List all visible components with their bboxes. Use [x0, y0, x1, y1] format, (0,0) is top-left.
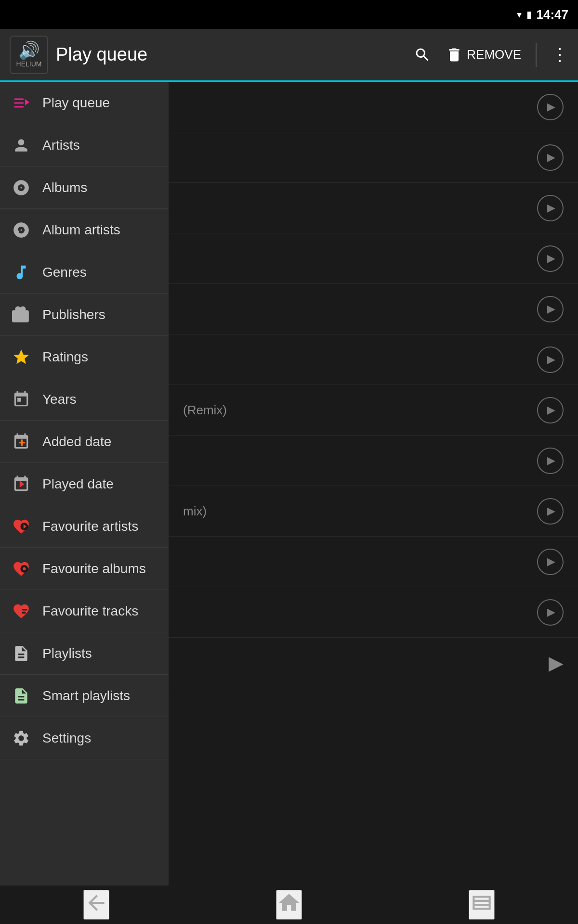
content-row-12: ▶: [169, 638, 578, 688]
sidebar-item-added-date[interactable]: Added date: [0, 421, 169, 463]
sidebar-item-label: Smart playlists: [42, 688, 130, 704]
sidebar-item-genres[interactable]: Genres: [0, 251, 169, 294]
search-icon: [414, 46, 431, 64]
svg-point-2: [23, 567, 26, 570]
sidebar-item-album-artists[interactable]: Album artists: [0, 209, 169, 251]
bottom-nav: [0, 886, 578, 924]
play-triangle-icon: ▶: [547, 202, 555, 214]
sidebar-item-label: Added date: [42, 434, 111, 449]
sidebar-item-favourite-albums[interactable]: Favourite albums: [0, 548, 169, 590]
remove-button[interactable]: REMOVE: [446, 46, 521, 64]
sidebar-item-smart-playlists[interactable]: Smart playlists: [0, 675, 169, 717]
play-button-8[interactable]: ▶: [537, 448, 564, 474]
calendar-add-icon: [10, 430, 33, 453]
star-icon: [10, 346, 33, 369]
play-triangle-icon: ▶: [547, 101, 555, 113]
sidebar-item-label: Genres: [42, 265, 87, 280]
publisher-icon: [10, 303, 33, 326]
svg-rect-4: [22, 612, 26, 613]
search-button[interactable]: [414, 46, 431, 64]
play-triangle-icon: ▶: [547, 505, 555, 517]
toolbar: 🔊 HELIUM Play queue REMOVE ⋮: [0, 29, 578, 82]
back-button[interactable]: [83, 890, 109, 920]
album-person-icon: [10, 218, 33, 242]
content-row-6: ▶: [169, 334, 578, 385]
sidebar-item-label: Album artists: [42, 222, 120, 238]
sidebar-item-playlists[interactable]: Playlists: [0, 632, 169, 675]
play-button-10[interactable]: ▶: [537, 549, 564, 575]
play-triangle-icon: ▶: [547, 353, 555, 366]
sidebar-item-label: Settings: [42, 731, 91, 746]
sidebar-item-favourite-tracks[interactable]: Favourite tracks: [0, 590, 169, 632]
sidebar-item-label: Favourite artists: [42, 519, 138, 534]
calendar-year-icon: [10, 388, 33, 411]
toolbar-divider: [536, 43, 537, 67]
play-button-7[interactable]: ▶: [537, 397, 564, 424]
play-triangle-icon: ▶: [547, 303, 555, 315]
queue-icon: [10, 91, 33, 115]
sidebar: Play queue Artists Albums: [0, 82, 169, 886]
play-button-6[interactable]: ▶: [537, 346, 564, 373]
app-logo-label: HELIUM: [16, 60, 42, 68]
play-button-11[interactable]: ▶: [537, 599, 564, 626]
sidebar-item-label: Ratings: [42, 349, 88, 365]
fav-artist-icon: [10, 515, 33, 538]
sidebar-item-label: Favourite tracks: [42, 603, 138, 619]
content-row-1: ▶: [169, 82, 578, 132]
play-triangle-icon: ▶: [547, 252, 555, 265]
app-logo: 🔊 HELIUM: [10, 36, 48, 74]
sidebar-item-artists[interactable]: Artists: [0, 124, 169, 167]
page-title: Play queue: [56, 44, 414, 65]
main-content: Play queue Artists Albums: [0, 82, 578, 886]
track-label-9: mix): [183, 504, 207, 519]
svg-rect-3: [22, 609, 27, 610]
content-row-11: ▶: [169, 587, 578, 638]
status-time: 14:47: [537, 7, 569, 22]
play-button-9[interactable]: ▶: [537, 498, 564, 525]
play-button-1[interactable]: ▶: [537, 94, 564, 120]
play-button-2[interactable]: ▶: [537, 144, 564, 171]
sidebar-item-settings[interactable]: Settings: [0, 717, 169, 759]
sidebar-item-label: Publishers: [42, 307, 105, 322]
toolbar-actions: REMOVE ⋮: [414, 43, 568, 67]
play-triangle-icon: ▶: [547, 555, 555, 568]
status-icons: ▾ ▮ 14:47: [517, 7, 569, 22]
sidebar-item-favourite-artists[interactable]: Favourite artists: [0, 505, 169, 548]
play-triangle-icon: ▶: [547, 606, 555, 618]
play-button-4[interactable]: ▶: [537, 245, 564, 272]
sidebar-item-play-queue[interactable]: Play queue: [0, 82, 169, 124]
content-row-3: ▶: [169, 183, 578, 233]
status-bar: ▾ ▮ 14:47: [0, 0, 578, 29]
trash-icon: [446, 46, 463, 64]
wifi-icon: ▾: [517, 9, 522, 20]
calendar-play-icon: [10, 473, 33, 496]
fav-track-icon: [10, 600, 33, 623]
sidebar-item-label: Artists: [42, 138, 80, 153]
sidebar-item-years[interactable]: Years: [0, 378, 169, 421]
battery-icon: ▮: [526, 9, 532, 20]
play-button-3[interactable]: ▶: [537, 195, 564, 221]
music-note-icon: [10, 261, 33, 284]
sidebar-item-label: Favourite albums: [42, 561, 146, 577]
recents-button[interactable]: [469, 890, 495, 920]
more-options-icon[interactable]: ⋮: [551, 45, 568, 65]
sidebar-item-played-date[interactable]: Played date: [0, 463, 169, 505]
track-label-7: (Remix): [183, 403, 227, 418]
sidebar-item-ratings[interactable]: Ratings: [0, 336, 169, 378]
person-icon: [10, 134, 33, 157]
app-logo-icon: 🔊: [18, 42, 40, 59]
content-row-10: ▶: [169, 537, 578, 587]
content-row-8: ▶: [169, 436, 578, 486]
play-triangle-icon: ▶: [547, 404, 555, 416]
fav-album-icon: [10, 557, 33, 580]
home-button[interactable]: [276, 890, 302, 920]
sidebar-item-label: Playlists: [42, 646, 92, 661]
sidebar-item-label: Albums: [42, 180, 87, 195]
sidebar-item-albums[interactable]: Albums: [0, 167, 169, 209]
play-button-5[interactable]: ▶: [537, 296, 564, 322]
content-row-2: ▶: [169, 132, 578, 183]
sidebar-item-publishers[interactable]: Publishers: [0, 294, 169, 336]
remove-label: REMOVE: [467, 47, 521, 62]
content-row-4: ▶: [169, 233, 578, 284]
content-row-9: mix) ▶: [169, 486, 578, 537]
